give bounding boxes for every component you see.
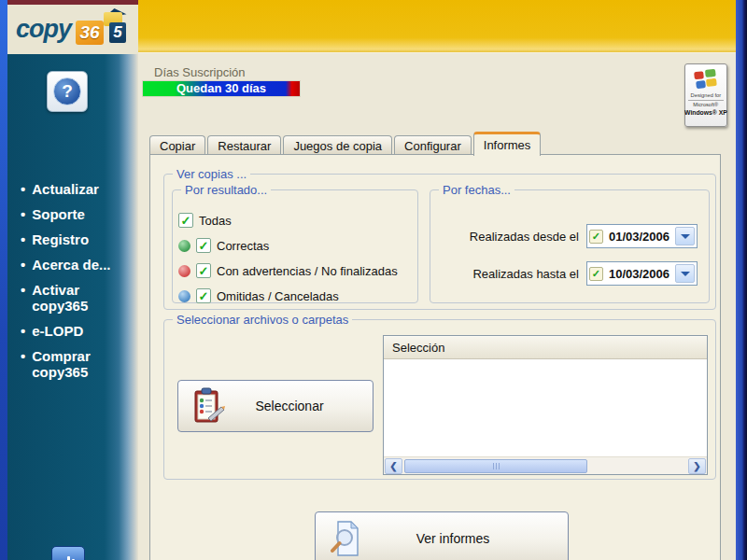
sidebar-item-acerca-de[interactable]: • Acerca de... — [21, 257, 133, 273]
badge-windows-xp: Windows® XP — [684, 109, 727, 117]
logo-36-cube: 36 — [76, 21, 104, 45]
status-dot-blue-icon — [178, 290, 190, 302]
sidebar-item-soporte[interactable]: • Soporte — [21, 206, 133, 222]
ver-copias-group-label: Ver copias ... — [173, 167, 250, 181]
hasta-date-checkbox[interactable] — [589, 267, 603, 281]
help-button[interactable]: ? — [47, 71, 88, 112]
sidebar-item-label: Activar copy365 — [32, 282, 121, 314]
advertencias-label: Con advertencias / No finalizadas — [217, 264, 398, 278]
chevron-down-icon[interactable] — [675, 227, 695, 245]
hasta-label: Realizadas hasta el — [472, 267, 578, 281]
hasta-date-value: 10/03/2006 — [603, 267, 675, 281]
date-row-hasta: Realizadas hasta el 10/03/2006 — [472, 261, 698, 286]
status-dot-green-icon — [178, 240, 190, 252]
desde-label: Realizadas desde el — [470, 230, 579, 244]
todas-label: Todas — [199, 214, 232, 228]
sidebar-item-comprar-copy365[interactable]: • Comprar copy365 — [21, 348, 133, 380]
correctas-label: Correctas — [217, 239, 269, 253]
por-resultado-group: Por resultado... Todas Correctas Con adv… — [172, 189, 418, 303]
sidebar-bottom-button[interactable] — [51, 546, 85, 560]
question-mark-icon: ? — [53, 77, 81, 105]
main-content: Días Suscripción Quedan 30 días Designed… — [138, 53, 736, 560]
por-fechas-group: Por fechas... Realizadas desde el 01/03/… — [430, 189, 710, 303]
seleccionar-archivos-group-label: Seleccionar archivos o carpetas — [173, 313, 352, 327]
window-left-edge — [0, 0, 7, 560]
sidebar-item-label: Actualizar — [32, 181, 121, 197]
correctas-checkbox[interactable] — [196, 238, 211, 253]
sidebar-item-label: Soporte — [32, 206, 121, 222]
sidebar-item-label: e-LOPD — [32, 323, 121, 339]
advertencias-checkbox[interactable] — [196, 263, 211, 278]
tab-copiar[interactable]: Copiar — [149, 135, 205, 155]
sidebar: ? • Actualizar • Soporte • Registro • Ac… — [7, 54, 138, 560]
scroll-left-icon[interactable]: ❮ — [385, 458, 402, 474]
app-logo: copy 36 5 — [7, 5, 138, 54]
por-fechas-group-label: Por fechas... — [439, 183, 514, 197]
bars-icon — [67, 556, 70, 560]
option-row-correctas: Correctas — [178, 236, 269, 255]
tab-strip: Copiar Restaurar Juegos de copia Configu… — [149, 131, 543, 155]
bullet-icon: • — [21, 231, 25, 247]
option-row-advertencias: Con advertencias / No finalizadas — [178, 261, 398, 280]
omitidas-checkbox[interactable] — [196, 288, 211, 303]
desde-date-value: 01/03/2006 — [603, 230, 675, 244]
logo-5-cube: 5 — [109, 22, 126, 43]
sidebar-item-label: Registro — [32, 231, 121, 247]
bullet-icon: • — [21, 348, 25, 380]
windows-flag-icon — [694, 69, 718, 90]
tab-configurar[interactable]: Configurar — [394, 135, 472, 155]
seleccion-column-header[interactable]: Selección — [384, 336, 707, 359]
tab-informes[interactable]: Informes — [473, 132, 542, 156]
date-row-desde: Realizadas desde el 01/03/2006 — [470, 224, 698, 248]
informes-tab-panel: Ver copias ... Por resultado... Todas Co… — [149, 154, 721, 560]
seleccion-list-body[interactable] — [384, 359, 707, 456]
sidebar-item-registro[interactable]: • Registro — [21, 231, 133, 247]
status-dot-red-icon — [178, 265, 190, 277]
sidebar-item-activar-copy365[interactable]: • Activar copy365 — [21, 282, 133, 314]
bullet-icon: • — [21, 323, 25, 339]
subscription-progressbar: Quedan 30 días — [142, 80, 301, 97]
bullet-icon: • — [21, 257, 25, 273]
option-row-todas: Todas — [178, 211, 232, 230]
sidebar-item-label: Comprar copy365 — [32, 348, 121, 380]
sidebar-menu: • Actualizar • Soporte • Registro • Acer… — [21, 181, 133, 389]
scrollbar-thumb[interactable] — [404, 459, 587, 473]
designed-for-windows-xp-badge: Designed for Microsoft® Windows® XP — [684, 63, 727, 127]
tab-juegos-de-copia[interactable]: Juegos de copia — [283, 135, 392, 155]
hasta-date-picker[interactable]: 10/03/2006 — [586, 261, 698, 286]
chevron-down-icon[interactable] — [675, 264, 695, 283]
tab-restaurar[interactable]: Restaurar — [207, 135, 281, 155]
logo-365-cubes: 36 5 — [74, 11, 128, 49]
clipboard-checklist-icon — [191, 386, 225, 426]
badge-designed-for: Designed for — [691, 92, 722, 98]
option-row-omitidas: Omitidas / Canceladas — [178, 287, 339, 305]
todas-checkbox[interactable] — [178, 213, 193, 228]
seleccion-listbox: Selección ❮ ❯ — [383, 335, 708, 475]
sidebar-item-elopd[interactable]: • e-LOPD — [21, 323, 133, 339]
seleccionar-button[interactable]: Seleccionar — [177, 380, 374, 432]
badge-microsoft: Microsoft® — [694, 103, 719, 108]
logo-copy-text: copy — [16, 15, 71, 44]
ver-copias-group: Ver copias ... Por resultado... Todas Co… — [163, 174, 716, 310]
desde-date-picker[interactable]: 01/03/2006 — [586, 224, 698, 248]
top-banner — [138, 0, 736, 53]
ver-informes-button-label: Ver informes — [362, 531, 568, 546]
horizontal-scrollbar: ❮ ❯ — [384, 456, 707, 474]
report-search-icon — [331, 519, 362, 558]
subscription-label: Días Suscripción — [154, 65, 246, 79]
seleccionar-archivos-group: Seleccionar archivos o carpetas Seleccio… — [163, 319, 716, 480]
por-resultado-group-label: Por resultado... — [181, 183, 271, 197]
bullet-icon: • — [21, 282, 25, 314]
window-right-edge — [736, 0, 747, 560]
bullet-icon: • — [21, 206, 25, 222]
sidebar-item-actualizar[interactable]: • Actualizar — [21, 181, 133, 197]
bullet-icon: • — [21, 181, 25, 197]
ver-informes-button[interactable]: Ver informes — [315, 511, 569, 560]
omitidas-label: Omitidas / Canceladas — [217, 289, 339, 303]
sidebar-item-label: Acerca de... — [32, 257, 121, 273]
scroll-right-icon[interactable]: ❯ — [688, 458, 706, 474]
seleccionar-button-label: Seleccionar — [225, 399, 373, 413]
desde-date-checkbox[interactable] — [589, 230, 603, 244]
badge-divider — [688, 100, 724, 101]
